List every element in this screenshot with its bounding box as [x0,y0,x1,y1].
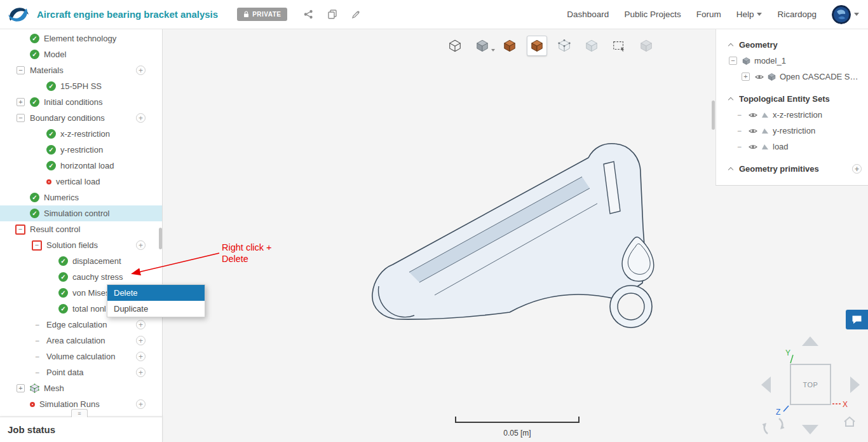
collapse-icon[interactable] [17,66,25,74]
select-volume-icon[interactable] [502,38,517,53]
tree-item-point-data[interactable]: Point data [0,364,162,380]
section-topological-entity-sets[interactable]: Topological Entity Sets [716,91,868,107]
check-icon [30,50,39,59]
tree-item-vertical-load[interactable]: vertical load [0,174,162,190]
user-menu[interactable] [832,5,859,24]
chevron-up-icon [728,97,733,102]
nav-help[interactable]: Help [736,10,763,19]
select-face-icon-active[interactable] [527,36,547,56]
tree-item-edge-calculation[interactable]: Edge calculation [0,317,162,333]
check-icon [46,81,56,91]
bracket-model[interactable] [356,134,661,331]
simulation-tree: Element technology Model Materials 15-5P… [0,29,163,417]
section-geometry-primitives[interactable]: Geometry primitives [716,161,868,177]
face-set-icon [761,144,769,150]
sidebar-scrollbar[interactable] [159,228,162,249]
render-mode-icon[interactable] [475,38,490,53]
add-geometry-primitive-button[interactable] [852,164,862,174]
rotate-up-arrow[interactable] [802,336,818,346]
tree-item-numerics[interactable]: Numerics [0,190,162,205]
tree-item-y-restriction[interactable]: y-restriction [0,142,162,158]
topo-item-load[interactable]: load [716,139,868,155]
rotate-left-arrow[interactable] [761,376,771,393]
nav-public-projects[interactable]: Public Projects [624,10,681,19]
private-badge-label: PRIVATE [252,11,281,18]
eye-icon[interactable] [755,74,764,80]
lock-icon [243,11,249,18]
rotate-down-arrow[interactable] [802,425,818,434]
tree-item-simulation-control[interactable]: Simulation control [0,205,162,221]
svg-text:X: X [843,400,848,409]
collapse-icon-highlighted[interactable] [32,240,42,251]
private-badge[interactable]: PRIVATE [237,8,287,21]
incomplete-icon [30,402,35,407]
context-menu-delete[interactable]: Delete [107,285,205,301]
add-solution-field-button[interactable] [136,240,146,250]
fit-view-icon[interactable] [447,38,463,53]
add-material-button[interactable] [136,66,146,75]
nav-username[interactable]: Ricardopg [777,10,817,19]
box-select-icon[interactable] [611,38,627,53]
tree-connector [33,368,41,377]
copy-project-icon[interactable] [328,10,337,19]
collapse-icon-highlighted[interactable] [15,224,25,235]
context-menu-duplicate[interactable]: Duplicate [107,301,205,317]
tree-item-element-technology[interactable]: Element technology [0,31,162,46]
collapse-sidebar-tab[interactable]: ≡ [71,409,88,417]
view-cube-face[interactable]: TOP [790,364,831,405]
transparent-view-icon[interactable] [584,38,599,53]
add-volume-calculation-button[interactable] [136,352,146,361]
job-status-bar[interactable]: Job status [0,417,163,442]
eye-icon[interactable] [749,144,757,150]
topo-item-y-restriction[interactable]: y-restriction [716,123,868,139]
panel-scrollbar[interactable] [712,100,715,130]
collapse-icon[interactable] [729,57,737,65]
expand-icon[interactable] [17,98,25,106]
avatar[interactable] [832,5,851,24]
expand-icon[interactable] [17,384,25,392]
chat-bubble-icon [851,315,862,324]
nav-dashboard[interactable]: Dashboard [567,10,609,19]
tree-item-horizontal-load[interactable]: horizontal load [0,158,162,174]
tree-item-mesh[interactable]: Mesh [0,380,162,396]
check-icon [58,256,68,266]
select-vertex-icon[interactable] [557,38,572,53]
tree-item-area-calculation[interactable]: Area calculation [0,333,162,349]
chat-button[interactable] [846,310,868,329]
collapse-icon[interactable] [17,114,25,122]
add-edge-calculation-button[interactable] [136,320,146,329]
expand-icon[interactable] [742,73,750,81]
geometry-item-cad[interactable]: Open CASCADE STE... [716,69,868,85]
add-simulation-run-button[interactable] [136,399,146,409]
tree-item-15-5ph-ss[interactable]: 15-5PH SS [0,78,162,94]
home-view-icon[interactable] [843,415,857,428]
eye-icon[interactable] [749,112,757,118]
add-boundary-condition-button[interactable] [136,113,146,123]
tree-item-volume-calculation[interactable]: Volume calculation [0,349,162,364]
tree-item-initial-conditions[interactable]: Initial conditions [0,94,162,110]
topo-item-xz-restriction[interactable]: x-z-restriction [716,107,868,123]
check-icon [30,193,39,202]
tree-item-boundary-conditions[interactable]: Boundary conditions [0,110,162,126]
rotate-right-arrow[interactable] [850,376,860,393]
tree-item-model[interactable]: Model [0,46,162,62]
tree-item-result-control[interactable]: Result control [0,221,162,237]
add-area-calculation-button[interactable] [136,336,146,345]
edit-pencil-icon[interactable] [351,10,360,19]
nav-forum[interactable]: Forum [696,10,721,19]
simscale-logo-icon[interactable] [6,4,31,25]
add-point-data-button[interactable] [136,368,146,377]
tree-item-materials[interactable]: Materials [0,62,162,78]
chevron-down-icon [491,49,495,52]
tree-connector [735,111,743,120]
eye-icon[interactable] [749,128,757,134]
project-title: Aircraft engine bearing bracket analysis [37,9,218,20]
check-icon [58,288,68,298]
geometry-item-model1[interactable]: model_1 [716,53,868,69]
rotate-view-icon[interactable] [761,414,785,438]
tree-item-xz-restriction[interactable]: x-z-restriction [0,126,162,142]
check-icon [46,129,56,139]
share-icon[interactable] [304,10,313,19]
section-geometry[interactable]: Geometry [716,37,868,53]
section-plane-icon-disabled[interactable] [639,38,654,53]
